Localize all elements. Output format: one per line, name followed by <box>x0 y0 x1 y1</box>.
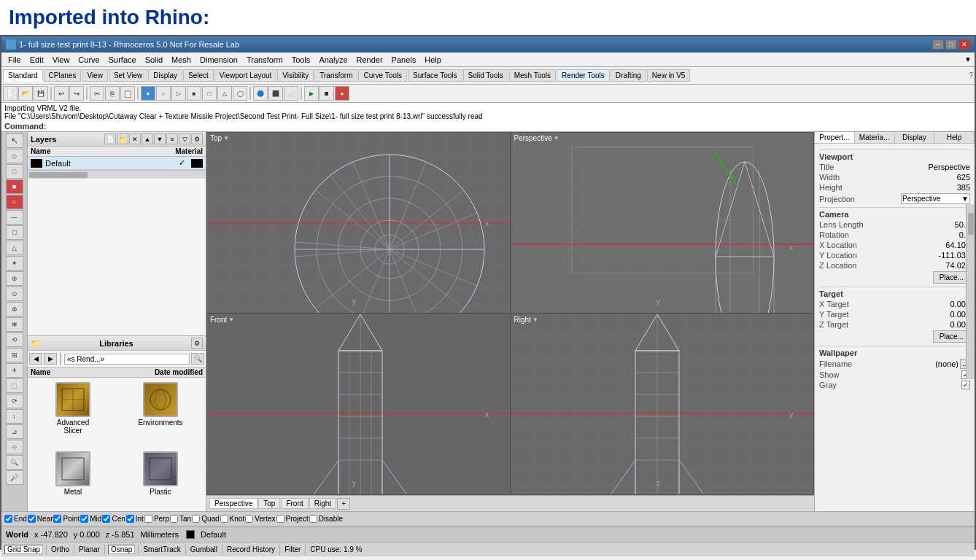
lib-forward-btn[interactable]: ▶ <box>44 353 57 365</box>
menu-help[interactable]: Help <box>421 55 445 65</box>
status-smarttrack[interactable]: SmartTrack <box>142 545 182 553</box>
lt-btn-10[interactable]: ⊕ <box>6 271 23 286</box>
rp-tab-display[interactable]: Display <box>895 132 935 143</box>
toolbar-btn-16[interactable]: 🔵 <box>253 86 268 101</box>
status-grid-snap[interactable]: Grid Snap <box>4 545 43 554</box>
lib-item-plastic[interactable]: Plastic <box>118 450 203 508</box>
viewport-right-arrow[interactable]: ▼ <box>532 316 538 323</box>
toolbar-btn-3[interactable]: 💾 <box>34 86 48 101</box>
toolbar-btn-14[interactable]: △ <box>217 86 232 101</box>
menu-solid[interactable]: Solid <box>142 55 166 65</box>
snap-mid[interactable]: Mid <box>80 515 101 523</box>
lt-btn-9[interactable]: ✦ <box>6 256 23 271</box>
toolbar-btn-21[interactable]: ● <box>335 86 349 101</box>
tab-display[interactable]: Display <box>148 69 182 82</box>
menu-transform[interactable]: Transform <box>243 55 287 65</box>
status-record-history[interactable]: Record History <box>225 545 276 553</box>
viewport-right[interactable]: Right ▼ <box>511 314 815 495</box>
toolbar-btn-19[interactable]: ▶ <box>304 86 319 101</box>
lib-item-environments[interactable]: Environments <box>118 381 203 447</box>
lt-btn-11[interactable]: ⊙ <box>6 287 23 301</box>
vp-tab-add-btn[interactable]: + <box>337 498 350 510</box>
toolbar-btn-6[interactable]: ✂ <box>90 86 104 101</box>
lib-search-btn[interactable]: 🔍 <box>191 353 204 365</box>
snap-near[interactable]: Near <box>28 515 53 523</box>
menu-mesh[interactable]: Mesh <box>168 55 195 65</box>
tab-new-v5[interactable]: New in V5 <box>647 69 691 82</box>
toolbar-help-icon[interactable]: ? <box>969 71 973 79</box>
toolbar-btn-9[interactable]: ● <box>141 86 155 101</box>
snap-end[interactable]: End <box>4 515 27 523</box>
tab-drafting[interactable]: Drafting <box>611 69 646 82</box>
tab-transform[interactable]: Transform <box>314 69 357 82</box>
viewport-perspective[interactable]: Perspective ▼ <box>511 132 815 314</box>
status-filter[interactable]: Filter <box>283 545 302 553</box>
close-button[interactable]: ✕ <box>958 39 970 50</box>
toolbar-btn-20[interactable]: ⏹ <box>319 86 334 101</box>
lt-btn-19[interactable]: ↕ <box>6 409 23 424</box>
viewport-top[interactable]: Top ▼ <box>206 132 511 314</box>
tab-view[interactable]: View <box>82 69 108 82</box>
rp-select-projection[interactable]: Perspective ▼ <box>901 193 970 204</box>
tab-setview[interactable]: Set View <box>109 69 147 82</box>
snap-int[interactable]: Int <box>126 515 144 523</box>
toolbar-btn-4[interactable]: ↩ <box>54 86 69 101</box>
libraries-options-btn[interactable]: ⚙ <box>191 338 203 349</box>
menu-panels[interactable]: Panels <box>388 55 420 65</box>
rp-checkbox-gray[interactable]: ✓ <box>961 381 970 389</box>
layers-folder-btn[interactable]: 📁 <box>117 133 128 144</box>
layers-up-btn[interactable]: ▲ <box>142 133 153 144</box>
status-osnap[interactable]: Osnap <box>108 545 135 554</box>
toolbar-btn-10[interactable]: ○ <box>156 86 171 101</box>
lt-btn-6[interactable]: — <box>6 210 23 225</box>
menu-dimension[interactable]: Dimension <box>196 55 241 65</box>
viewport-right-label[interactable]: Right <box>514 316 531 324</box>
rp-tab-materials[interactable]: Materia... <box>855 132 895 143</box>
viewport-top-arrow[interactable]: ▼ <box>223 135 229 141</box>
lt-btn-8[interactable]: △ <box>6 241 23 255</box>
lt-btn-18[interactable]: ⟳ <box>6 394 23 408</box>
menu-file[interactable]: File <box>4 55 25 65</box>
vp-tab-front[interactable]: Front <box>281 498 308 509</box>
viewport-top-label[interactable]: Top <box>210 134 222 142</box>
lt-btn-7[interactable]: ⬡ <box>6 225 23 240</box>
rp-tab-properties[interactable]: Propert... <box>815 132 855 143</box>
toolbar-btn-13[interactable]: □ <box>202 86 217 101</box>
lt-btn-2[interactable]: ◇ <box>6 149 23 163</box>
snap-project[interactable]: Project <box>276 515 309 523</box>
viewport-perspective-label[interactable]: Perspective <box>514 134 552 142</box>
tab-solid-tools[interactable]: Solid Tools <box>463 69 508 82</box>
camera-place-button[interactable]: Place... <box>933 271 970 284</box>
toolbar-btn-11[interactable]: ▷ <box>171 86 186 101</box>
menu-view[interactable]: View <box>49 55 74 65</box>
snap-disable[interactable]: Disable <box>309 515 343 523</box>
toolbar-btn-12[interactable]: ■ <box>187 86 201 101</box>
toolbar-expand-icon[interactable]: ▼ <box>964 55 972 63</box>
toolbar-btn-8[interactable]: 📋 <box>120 86 135 101</box>
layers-hscroll[interactable] <box>28 170 206 179</box>
viewport-front-arrow[interactable]: ▼ <box>228 316 234 323</box>
viewport-front[interactable]: Front ▼ <box>206 314 511 495</box>
vp-tab-top[interactable]: Top <box>258 498 280 509</box>
toolbar-btn-2[interactable]: 📂 <box>18 86 33 101</box>
lt-btn-5[interactable]: ○ <box>6 195 23 209</box>
toolbar-btn-15[interactable]: ◯ <box>233 86 247 101</box>
lib-item-advanced-slicer[interactable]: AdvancedSlicer <box>31 381 115 447</box>
viewport-front-label[interactable]: Front <box>210 316 227 324</box>
snap-point[interactable]: Point <box>53 515 80 523</box>
toolbar-btn-5[interactable]: ↪ <box>69 86 84 101</box>
toolbar-btn-18[interactable]: ⬜ <box>284 86 298 101</box>
lt-btn-15[interactable]: ⊞ <box>6 348 23 362</box>
toolbar-btn-1[interactable]: 📄 <box>3 86 18 101</box>
tab-mesh-tools[interactable]: Mesh Tools <box>509 69 556 82</box>
menu-edit[interactable]: Edit <box>26 55 47 65</box>
toolbar-btn-7[interactable]: ⎘ <box>105 86 120 101</box>
lib-back-btn[interactable]: ◀ <box>29 353 42 365</box>
menu-render[interactable]: Render <box>353 55 387 65</box>
viewport-perspective-arrow[interactable]: ▼ <box>554 135 559 141</box>
menu-surface[interactable]: Surface <box>105 55 140 65</box>
tab-surface-tools[interactable]: Surface Tools <box>408 69 462 82</box>
minimize-button[interactable]: ─ <box>932 39 944 50</box>
layer-row-default[interactable]: Default ✓ <box>28 157 206 170</box>
lt-select-btn[interactable]: ↖ <box>6 133 23 148</box>
